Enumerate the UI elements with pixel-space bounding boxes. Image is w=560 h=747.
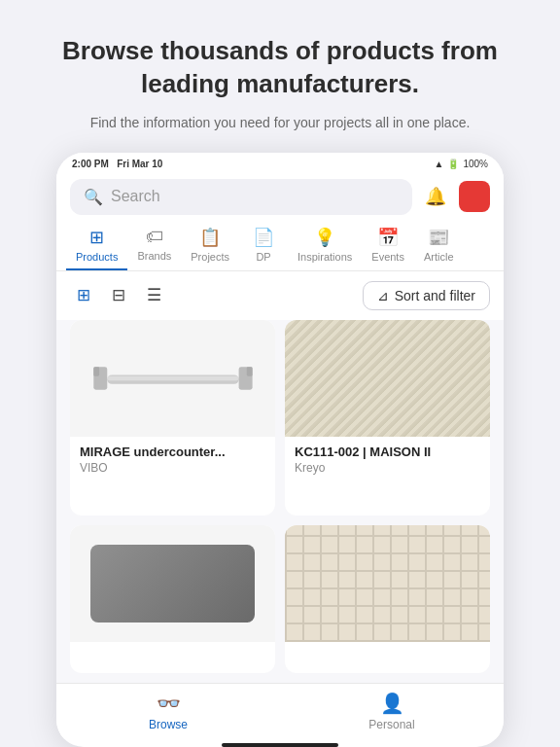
sort-filter-button[interactable]: ⊿ Sort and filter <box>363 281 490 310</box>
nav-browse[interactable]: 👓 Browse <box>56 692 280 733</box>
list-view-button[interactable]: ☰ <box>140 282 167 309</box>
tab-inspirations[interactable]: 💡 Inspirations <box>288 219 362 270</box>
page-header: Browse thousands of products from leadin… <box>0 0 560 153</box>
search-icon: 🔍 <box>84 188 103 206</box>
toolbar: ⊞ ⊟ ☰ ⊿ Sort and filter <box>56 271 504 320</box>
search-placeholder: Search <box>111 188 399 205</box>
towel-bar-svg <box>81 344 265 412</box>
product-card-1[interactable]: MIRAGE undercounter... VIBO <box>70 320 275 516</box>
carpet-texture <box>285 320 490 437</box>
grid-small-view-button[interactable]: ⊟ <box>105 282 132 309</box>
tab-projects[interactable]: 📋 Projects <box>181 219 239 270</box>
product-info-1: MIRAGE undercounter... VIBO <box>70 437 275 484</box>
product-card-4[interactable] <box>285 525 490 673</box>
status-icons: ▲ 🔋 100% <box>435 159 488 169</box>
projects-icon: 📋 <box>199 227 221 248</box>
product-image-2 <box>285 320 490 437</box>
tab-events[interactable]: 📅 Events <box>362 219 414 270</box>
wifi-icon: ▲ <box>435 159 444 169</box>
status-bar: 2:00 PM Fri Mar 10 ▲ 🔋 100% <box>56 153 504 173</box>
battery-icon: 🔋 <box>447 159 459 169</box>
nav-personal[interactable]: 👤 Personal <box>280 692 504 733</box>
grid-large-view-button[interactable]: ⊞ <box>70 282 97 309</box>
product-brand-2: Kreyo <box>295 461 480 475</box>
article-icon: 📰 <box>428 227 449 248</box>
brands-icon: 🏷 <box>146 227 163 247</box>
nav-tabs: ⊞ Products 🏷 Brands 📋 Projects 📄 DP 💡 In… <box>56 219 504 271</box>
svg-rect-3 <box>107 375 238 380</box>
browse-icon: 👓 <box>157 692 181 715</box>
product-image-1 <box>70 320 275 437</box>
personal-icon: 👤 <box>380 692 404 715</box>
product-card-2[interactable]: KC111-002 | MAISON II Kreyo <box>285 320 490 516</box>
tab-brands[interactable]: 🏷 Brands <box>127 219 181 270</box>
status-time: 2:00 PM Fri Mar 10 <box>72 159 162 169</box>
search-bar[interactable]: 🔍 Search <box>70 179 412 215</box>
notification-bell-icon[interactable]: 🔔 <box>420 181 451 212</box>
svg-rect-1 <box>93 367 99 375</box>
stamp-pattern <box>285 525 490 642</box>
product-card-3[interactable] <box>70 525 275 673</box>
product-image-4 <box>285 525 490 642</box>
inspirations-icon: 💡 <box>314 227 335 248</box>
view-options: ⊞ ⊟ ☰ <box>70 282 167 309</box>
products-icon: ⊞ <box>89 227 104 248</box>
subtitle: Find the information you need for your p… <box>58 113 502 133</box>
svg-rect-5 <box>246 367 252 375</box>
home-indicator <box>222 743 338 747</box>
tab-products[interactable]: ⊞ Products <box>66 219 127 270</box>
filter-icon: ⊿ <box>377 288 389 303</box>
dp-icon: 📄 <box>253 227 274 248</box>
phone-frame: 2:00 PM Fri Mar 10 ▲ 🔋 100% 🔍 Search 🔔 ⊞… <box>56 153 504 747</box>
products-grid: MIRAGE undercounter... VIBO KC111-002 | … <box>56 320 504 683</box>
tab-article[interactable]: 📰 Article <box>414 219 464 270</box>
avatar[interactable] <box>459 181 490 212</box>
tab-dp[interactable]: 📄 DP <box>239 219 288 270</box>
main-title: Browse thousands of products from leadin… <box>58 35 502 101</box>
bottom-nav: 👓 Browse 👤 Personal <box>56 683 504 739</box>
product-brand-1: VIBO <box>80 461 265 475</box>
product-image-3 <box>70 525 275 642</box>
events-icon: 📅 <box>377 227 399 248</box>
product-info-2: KC111-002 | MAISON II Kreyo <box>285 437 490 484</box>
product-name-1: MIRAGE undercounter... <box>80 445 265 459</box>
product-name-2: KC111-002 | MAISON II <box>295 445 480 459</box>
pillow-image <box>90 545 255 622</box>
